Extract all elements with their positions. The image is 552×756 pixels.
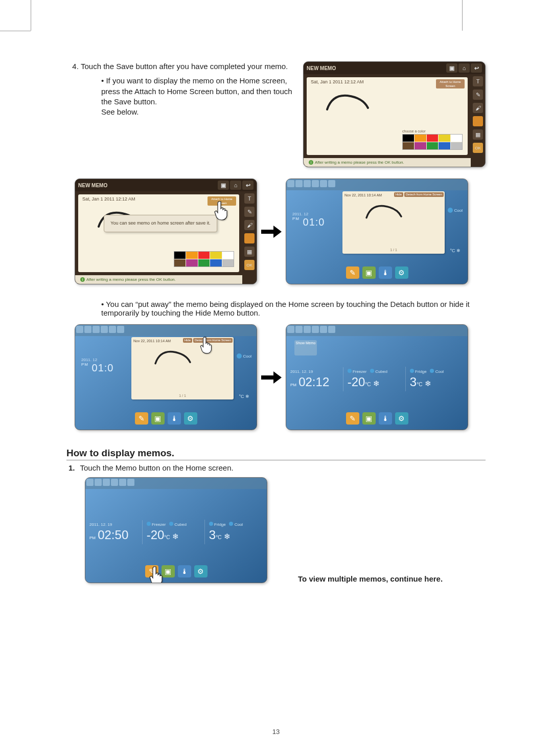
screenshot-home-temps-2: 2011. 12. 19 PM 02:50 Freezer Cubed -20°… xyxy=(85,477,267,583)
dock-photo-icon: ▣ xyxy=(362,266,376,279)
info-icon: i xyxy=(309,160,313,165)
step-4-body: Touch the Save button after you have com… xyxy=(81,62,288,71)
attach-home-button: Attach to Home Screen xyxy=(436,79,465,88)
home-icon: ⌂ xyxy=(230,181,241,190)
section-heading: How to display memos. xyxy=(66,448,486,460)
screenshot-home-with-memo-2: 2011. 12 PM 01:0 Cool °C ❄ Nov 22, 2011 … xyxy=(75,324,257,430)
save-icon: ▣ xyxy=(218,181,229,190)
touch-hand-icon xyxy=(212,199,229,224)
section-step-1: 1.Touch the Memo button on the Home scre… xyxy=(68,463,486,472)
save-icon: ▣ xyxy=(446,63,457,73)
dock-settings-icon: ⚙ xyxy=(395,266,408,279)
pen-tool-icon: ✎ xyxy=(473,90,483,100)
step-4-row: Touch the Save button after you have com… xyxy=(66,61,486,167)
memo-title: NEW MEMO xyxy=(307,65,336,71)
screenshot-memo-editor-2: NEW MEMO ▣ ⌂ ↩ Sat, Jan 1 2011 12:12 AM … xyxy=(75,179,257,284)
screenshot-pair-2: 2011. 12 PM 01:0 Cool °C ❄ Nov 22, 2011 … xyxy=(66,324,486,430)
home-time: 02:12 xyxy=(298,375,329,389)
step-4-text: Touch the Save button after you have com… xyxy=(66,61,293,167)
crop-mark xyxy=(0,31,31,31)
home-date: 2011. 12 xyxy=(292,212,325,216)
hide-button: Hide xyxy=(394,192,403,197)
back-icon: ↩ xyxy=(242,181,254,190)
home-icon: ⌂ xyxy=(458,63,470,73)
crop-mark xyxy=(31,0,31,31)
continue-text: To view multiple memos, continue here. xyxy=(298,574,443,583)
arrow-right-icon xyxy=(261,226,282,238)
fridge-temp: 3 xyxy=(410,375,417,389)
hide-button: Hide xyxy=(183,338,192,343)
touch-hand-icon xyxy=(198,335,213,356)
home-dock: ✎ ▣ 🌡 ⚙ xyxy=(286,266,468,279)
home-time: 02:50 xyxy=(98,528,128,542)
page-content: Touch the Save button after you have com… xyxy=(66,61,486,583)
color-dot-icon xyxy=(473,116,483,126)
brush-tool-icon: 🖌 xyxy=(473,103,483,113)
manual-page: Touch the Save button after you have com… xyxy=(0,0,552,756)
screenshot-home-temps-1: Show Memo 2011. 12. 19 PM 02:12 Freezer … xyxy=(286,324,468,430)
dock-memo-icon: ✎ xyxy=(346,266,359,279)
put-away-bullet: You can “put away” the memo being displa… xyxy=(101,300,486,317)
attach-confirmation-popup: You can see memo on home screen after sa… xyxy=(104,215,217,232)
grid-icon: ▦ xyxy=(473,129,483,140)
screenshot-pair-1: NEW MEMO ▣ ⌂ ↩ Sat, Jan 1 2011 12:12 AM … xyxy=(66,179,486,284)
screenshot-memo-editor-1: NEW MEMO ▣ ⌂ ↩ Sat, Jan 1 2011 12:12 AM … xyxy=(303,61,486,167)
detach-button: Detach from Home Screen xyxy=(404,192,444,197)
memo-scribble xyxy=(322,92,373,112)
home-memo-card: Nov 22, 2011 10:14 AM Hide Detach from H… xyxy=(342,191,445,254)
screenshot-home-with-memo-1: 2011. 12 PM 01:0 Cool °C ❄ Nov 22, 2011 … xyxy=(286,179,468,284)
memo-page-indicator: 1 / 1 xyxy=(342,248,445,252)
step-4-bullet-1: If you want to display the memo on the H… xyxy=(101,76,293,117)
color-swatches xyxy=(402,134,463,150)
show-memo-button: Show Memo xyxy=(294,340,317,355)
temp-readout: °C ❄ xyxy=(450,248,461,253)
arrow-right-icon xyxy=(261,371,282,384)
ok-button: OK xyxy=(473,143,483,153)
home-time: 01:0 xyxy=(303,216,325,228)
memo-footer: iAfter writing a memo please press the O… xyxy=(304,158,471,167)
page-number: 13 xyxy=(0,728,552,736)
freezer-temp: -20 xyxy=(348,375,365,389)
crop-mark xyxy=(462,0,463,31)
touch-hand-icon xyxy=(147,564,164,583)
back-icon: ↩ xyxy=(471,63,482,73)
palette-label: choose a color xyxy=(402,129,463,133)
status-cool: Cool xyxy=(448,208,463,213)
text-tool-icon: T xyxy=(473,76,483,86)
dock-temp-icon: 🌡 xyxy=(379,266,392,279)
